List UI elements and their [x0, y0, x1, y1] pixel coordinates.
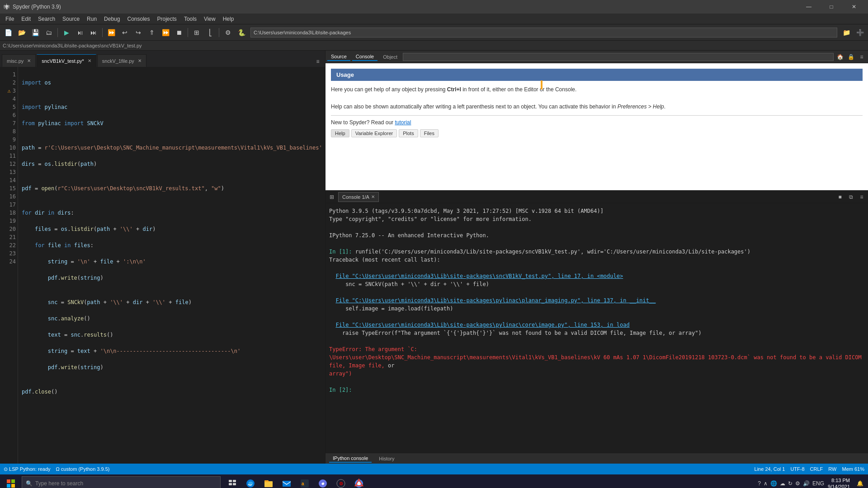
path-input[interactable]: C:\Users\user\miniconda3\Lib\site-packag… [250, 28, 837, 38]
help-tab-console[interactable]: Console [352, 53, 377, 61]
lsp-status: ⊙ LSP Python: ready [4, 466, 51, 472]
menu-search[interactable]: Search [34, 15, 59, 23]
code-line-21: pdf.write(string) [22, 363, 321, 371]
help-options-icon[interactable]: ≡ [857, 52, 866, 61]
save-all-button[interactable]: 🗂 [42, 26, 55, 39]
tab-misc-py[interactable]: misc.py ✕ [2, 54, 36, 67]
console-tab[interactable]: Console 1/A ✕ [338, 192, 379, 202]
save-button[interactable]: 💾 [29, 26, 42, 39]
line-17-gutter: 17 [2, 201, 16, 209]
search-placeholder: Type here to search [35, 480, 83, 487]
code-content[interactable]: import os import pylinac from pylinac im… [18, 67, 325, 464]
menu-consoles[interactable]: Consoles [123, 15, 153, 23]
taskbar-search[interactable]: 🔍 Type here to search [22, 476, 221, 488]
console-panel-icon: ⊞ [327, 192, 336, 202]
menu-projects[interactable]: Projects [154, 15, 180, 23]
menu-view[interactable]: View [200, 15, 219, 23]
menu-source[interactable]: Source [59, 15, 83, 23]
volume-icon[interactable]: 🔊 [803, 480, 810, 487]
help-tab-source[interactable]: Source [327, 53, 350, 61]
network-icon[interactable]: 🌐 [770, 480, 777, 487]
help-lock-icon[interactable]: 🔒 [846, 52, 855, 61]
cell-toggle-button[interactable]: ⊞ [190, 26, 203, 39]
console-menu-icon[interactable]: ≡ [857, 192, 866, 202]
console-footer-history[interactable]: History [375, 455, 398, 462]
tab-misc-py-close[interactable]: ✕ [27, 58, 31, 63]
console-copy-icon[interactable]: ⧉ [846, 192, 855, 202]
usage-text: Here you can get help of any object by p… [331, 85, 863, 112]
help-home-icon[interactable]: 🏠 [835, 52, 844, 61]
menu-run[interactable]: Run [83, 15, 100, 23]
language-indicator[interactable]: ENG [812, 480, 824, 487]
stripe-taskbar-icon[interactable] [315, 475, 331, 488]
step-into-button[interactable]: ↩ [118, 26, 131, 39]
menu-file[interactable]: File [2, 15, 18, 23]
path-text: C:\Users\user\miniconda3\Lib\site-packag… [254, 30, 351, 35]
line-14-gutter: 14 [2, 176, 16, 184]
browse-path-button[interactable]: 📁 [840, 26, 853, 39]
line-1-gutter: 1 [2, 70, 16, 79]
line-3-gutter: ⚠3 [2, 87, 16, 95]
help-btn-variable-explorer[interactable]: Variable Explorer [351, 129, 397, 137]
help-btn-files[interactable]: Files [420, 129, 439, 137]
security-taskbar-icon[interactable]: ⚙ [333, 475, 349, 488]
tab-menu-button[interactable]: ≡ [312, 56, 323, 67]
settings-button[interactable]: ⚙ [222, 26, 234, 39]
menu-edit[interactable]: Edit [18, 15, 34, 23]
help-systray-icon[interactable]: ? [758, 480, 761, 487]
indent-button[interactable]: ⎣ [204, 26, 217, 39]
help-search-input[interactable] [403, 53, 834, 61]
line-11-gutter: 11 [2, 152, 16, 160]
menu-debug[interactable]: Debug [100, 15, 123, 23]
help-btn-plots[interactable]: Plots [399, 129, 418, 137]
code-line-7: dirs = os.listdir(path) [22, 160, 321, 168]
notification-button[interactable]: 🔔 [854, 477, 866, 488]
minimize-button[interactable]: — [798, 0, 819, 14]
tab-sncvb1kv-close[interactable]: ✕ [88, 58, 91, 63]
settings2-icon[interactable]: ⚙ [795, 480, 800, 487]
new-file-button[interactable]: 📄 [2, 26, 14, 39]
stop-button[interactable]: ⏹ [173, 26, 185, 39]
step-over-button[interactable]: ↪ [132, 26, 145, 39]
menu-help[interactable]: Help [219, 15, 238, 23]
run-cell-button[interactable]: ⏯ [74, 26, 86, 39]
console-content[interactable]: Python 3.9.5 (tags/v3.9.5:0a7dcbd, May 3… [326, 203, 868, 453]
tab-snckv-1file-close[interactable]: ✕ [138, 58, 142, 63]
console-stop-icon[interactable]: ■ [835, 192, 844, 202]
debug-button[interactable]: ⏩ [105, 26, 118, 39]
add-path-button[interactable]: ➕ [854, 26, 866, 39]
maximize-button[interactable]: □ [821, 0, 842, 14]
cloud-icon[interactable]: ☁ [780, 480, 785, 487]
current-file-path: C:\Users\user\miniconda3\Lib\site-packag… [3, 43, 142, 48]
taskbar: 🔍 Type here to search a [0, 474, 868, 488]
amazon-taskbar-icon[interactable]: a [297, 475, 313, 488]
open-file-button[interactable]: 📂 [15, 26, 28, 39]
task-view-button[interactable] [224, 475, 241, 488]
console-footer-ipython[interactable]: IPython console [329, 455, 372, 463]
tab-sncvb1kv-test-py[interactable]: sncVB1kV_test.py* ✕ [37, 54, 96, 67]
tutorial-link[interactable]: tutorial [395, 119, 411, 126]
start-button[interactable] [2, 474, 20, 488]
taskbar-time: 8:13 PM [828, 477, 850, 483]
error-array-line: array") [329, 370, 864, 378]
up-arrow-icon[interactable]: ∧ [764, 480, 768, 487]
sync-icon[interactable]: ↻ [788, 480, 793, 487]
file-explorer-taskbar-icon[interactable] [260, 475, 277, 488]
mail-taskbar-icon[interactable] [278, 475, 295, 488]
tab-snckv-1file-py[interactable]: snckV_1file.py ✕ [97, 54, 146, 67]
chrome-taskbar-icon[interactable] [351, 475, 367, 488]
run-button[interactable]: ▶ [60, 26, 73, 39]
console-tab-close[interactable]: ✕ [371, 194, 375, 199]
menu-tools[interactable]: Tools [180, 15, 200, 23]
taskbar-clock[interactable]: 8:13 PM 9/14/2021 [828, 477, 850, 488]
console-tab-label: Console 1/A [342, 194, 369, 200]
help-btn-help[interactable]: Help [331, 129, 349, 137]
help-tab-object[interactable]: Object [379, 53, 401, 61]
traceback-3: File "C:\Users\user\miniconda3\Lib\site-… [329, 321, 864, 337]
help-content: Usage Here you can get help of any objec… [326, 63, 868, 190]
edge-taskbar-icon[interactable] [242, 475, 259, 488]
step-return-button[interactable]: ⇑ [146, 26, 158, 39]
close-button[interactable]: ✕ [844, 0, 864, 14]
continue-button[interactable]: ⏩ [159, 26, 172, 39]
run-cell-advance-button[interactable]: ⏭ [87, 26, 100, 39]
